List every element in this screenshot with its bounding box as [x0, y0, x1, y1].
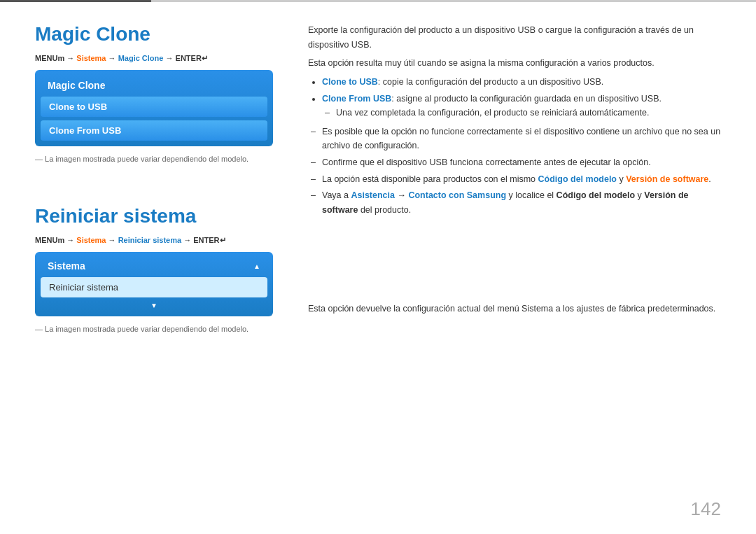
clone-from-usb-item[interactable]: Clone From USB: [41, 120, 267, 141]
magic-clone-section: Magic Clone MENUm → Sistema → Magic Clon…: [35, 23, 273, 163]
dash-4: La opción está disponible para productos…: [308, 172, 721, 187]
dash-5: Vaya a Asistencia → Contacto con Samsung…: [308, 188, 721, 217]
page-container: Magic Clone MENUm → Sistema → Magic Clon…: [0, 0, 756, 534]
left-column: Magic Clone MENUm → Sistema → Magic Clon…: [35, 23, 294, 520]
menu-arrow3-2: →: [181, 236, 193, 244]
sistema-title-text: Sistema: [48, 260, 85, 272]
clone-to-usb-item[interactable]: Clone to USB: [41, 97, 267, 117]
clone-from-usb-label: Clone From USB: [322, 94, 391, 104]
reiniciar-title: Reiniciar sistema: [35, 205, 273, 227]
menu-arrow1-1: →: [64, 54, 76, 62]
bullet-1: Clone to USB: copie la configuración del…: [322, 75, 721, 90]
dash5-middle: y localice el: [506, 190, 556, 200]
dash4-bold1: Código del modelo: [538, 174, 617, 184]
dash4-bold2: Versión de software: [626, 174, 708, 184]
menu-arrow3-1: →: [163, 54, 175, 62]
menu-enter-2: ENTER: [193, 236, 219, 244]
enter-icon-1: ↵: [202, 54, 208, 62]
arrow-up-icon: ▲: [253, 262, 260, 270]
menu-sistema-2: Sistema: [76, 236, 106, 244]
right-section-2: Esta opción devuelve la configuración ac…: [308, 302, 721, 316]
right-column: Exporte la configuración del producto a …: [294, 23, 721, 520]
arrow-down-icon: ▼: [41, 300, 267, 311]
bullet1-text: : copie la configuración del producto a …: [378, 77, 603, 87]
magic-clone-title: Magic Clone: [35, 23, 273, 45]
menu-prefix-2: MENU: [35, 236, 57, 244]
magic-clone-ui-box: Magic Clone Clone to USB Clone From USB: [35, 70, 273, 146]
menu-path-1: MENUm → Sistema → Magic Clone → ENTER↵: [35, 54, 273, 63]
dash-3: Confirme que el dispositivo USB funciona…: [308, 155, 721, 170]
menu-icon-2: m: [57, 236, 64, 244]
bullet2-text: : asigne al producto la configuración gu…: [391, 94, 662, 104]
menu-feature-1: Magic Clone: [118, 54, 164, 62]
menu-enter-1: ENTER: [176, 54, 202, 62]
sistema-ui-box: Sistema ▲ Reiniciar sistema ▼: [35, 252, 273, 316]
content-area: Magic Clone MENUm → Sistema → Magic Clon…: [0, 2, 756, 534]
dash5-arrow: →: [395, 190, 408, 200]
right-section-1: Exporte la configuración del producto a …: [308, 23, 721, 218]
dash4-prefix: La opción está disponible para productos…: [322, 174, 538, 184]
bullet-2: Clone From USB: asigne al producto la co…: [322, 92, 721, 120]
menu-arrow1-2: →: [64, 236, 76, 244]
clone-to-usb-label: Clone to USB: [322, 77, 378, 87]
menu-icon-1: m: [57, 54, 64, 62]
menu-sistema-1: Sistema: [76, 54, 106, 62]
right-para1: Exporte la configuración del producto a …: [308, 23, 721, 52]
menu-arrow2-2: →: [106, 236, 118, 244]
menu-arrow2-1: →: [106, 54, 118, 62]
menu-feature-2: Reiniciar sistema: [118, 236, 182, 244]
dash5-prefix: Vaya a: [322, 190, 351, 200]
dash5-and: y: [635, 190, 644, 200]
right-bullet-list: Clone to USB: copie la configuración del…: [322, 75, 721, 120]
caption-1: La imagen mostrada puede variar dependie…: [35, 155, 273, 163]
reiniciar-sistema-item[interactable]: Reiniciar sistema: [41, 277, 267, 297]
enter-icon-2: ↵: [220, 236, 226, 244]
right-reiniciar-para: Esta opción devuelve la configuración ac…: [308, 302, 721, 316]
dash5-suffix: del producto.: [358, 205, 411, 215]
dash-2: Es posible que la opción no funcione cor…: [308, 125, 721, 153]
dash5-bold2: Contacto con Samsung: [408, 190, 506, 200]
caption-2: La imagen mostrada puede variar dependie…: [35, 325, 273, 333]
ui-box-title: Magic Clone: [41, 76, 267, 97]
dash4-suffix: .: [708, 174, 710, 184]
dash-1: Una vez completada la configuración, el …: [322, 106, 721, 120]
menu-prefix-1: MENU: [35, 54, 57, 62]
sistema-box-title: Sistema ▲: [41, 258, 267, 274]
dash5-bold1: Asistencia: [351, 190, 395, 200]
right-para2: Esta opción resulta muy útil cuando se a…: [308, 56, 721, 71]
dash4-middle: y: [617, 174, 626, 184]
dash5-bold3: Código del modelo: [556, 190, 636, 200]
menu-path-2: MENUm → Sistema → Reiniciar sistema → EN…: [35, 236, 273, 245]
page-number: 142: [691, 498, 721, 520]
reiniciar-section: Reiniciar sistema MENUm → Sistema → Rein…: [35, 205, 273, 333]
